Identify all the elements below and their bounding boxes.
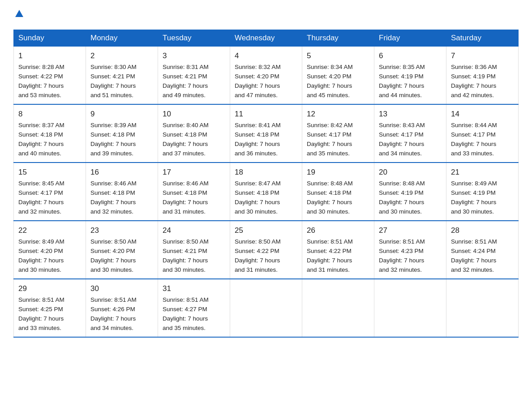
daylight-label: Daylight: 7 hours bbox=[379, 257, 424, 264]
daylight-minutes: and 31 minutes. bbox=[307, 266, 350, 273]
day-number: 24 bbox=[163, 225, 225, 236]
day-number: 19 bbox=[307, 167, 369, 178]
daylight-minutes: and 39 minutes. bbox=[90, 150, 133, 157]
daylight-minutes: and 34 minutes. bbox=[90, 325, 133, 331]
daylight-label: Daylight: 7 hours bbox=[163, 315, 208, 322]
day-number: 14 bbox=[451, 108, 514, 120]
day-number: 8 bbox=[18, 108, 81, 120]
sunrise-label: Sunrise: 8:41 AM bbox=[235, 122, 281, 128]
day-number: 4 bbox=[235, 50, 297, 62]
daylight-label: Daylight: 7 hours bbox=[90, 315, 136, 322]
calendar-cell: 27Sunrise: 8:51 AMSunset: 4:23 PMDayligh… bbox=[374, 221, 446, 279]
calendar-header-row: SundayMondayTuesdayWednesdayThursdayFrid… bbox=[14, 30, 519, 47]
day-number: 29 bbox=[18, 283, 81, 295]
sunrise-label: Sunrise: 8:44 AM bbox=[451, 122, 497, 128]
calendar-week-row: 22Sunrise: 8:49 AMSunset: 4:20 PMDayligh… bbox=[14, 221, 519, 279]
daylight-label: Daylight: 7 hours bbox=[163, 199, 208, 206]
calendar-cell: 23Sunrise: 8:50 AMSunset: 4:20 PMDayligh… bbox=[86, 221, 158, 279]
daylight-minutes: and 32 minutes. bbox=[451, 266, 494, 273]
daylight-label: Daylight: 7 hours bbox=[18, 257, 64, 264]
sunrise-label: Sunrise: 8:51 AM bbox=[163, 296, 209, 303]
calendar-cell: 29Sunrise: 8:51 AMSunset: 4:25 PMDayligh… bbox=[14, 279, 86, 337]
header-sunday: Sunday bbox=[14, 30, 86, 47]
sunset-label: Sunset: 4:20 PM bbox=[307, 73, 352, 80]
calendar-cell: 2Sunrise: 8:30 AMSunset: 4:21 PMDaylight… bbox=[86, 47, 158, 105]
sunrise-label: Sunrise: 8:36 AM bbox=[451, 64, 497, 70]
calendar-cell: 6Sunrise: 8:35 AMSunset: 4:19 PMDaylight… bbox=[374, 47, 446, 105]
calendar-cell: 21Sunrise: 8:49 AMSunset: 4:19 PMDayligh… bbox=[446, 163, 519, 221]
calendar-cell: 25Sunrise: 8:50 AMSunset: 4:22 PMDayligh… bbox=[230, 221, 302, 279]
daylight-label: Daylight: 7 hours bbox=[90, 257, 136, 264]
daylight-label: Daylight: 7 hours bbox=[163, 82, 208, 89]
header-wednesday: Wednesday bbox=[230, 30, 302, 47]
sunset-label: Sunset: 4:27 PM bbox=[163, 306, 207, 313]
daylight-minutes: and 47 minutes. bbox=[235, 92, 278, 98]
daylight-label: Daylight: 7 hours bbox=[18, 199, 64, 206]
daylight-minutes: and 45 minutes. bbox=[307, 92, 350, 98]
calendar-cell: 11Sunrise: 8:41 AMSunset: 4:18 PMDayligh… bbox=[230, 104, 302, 163]
sunrise-label: Sunrise: 8:50 AM bbox=[90, 238, 137, 245]
sunrise-label: Sunrise: 8:51 AM bbox=[18, 296, 64, 303]
sunrise-label: Sunrise: 8:47 AM bbox=[235, 180, 281, 187]
calendar-cell: 10Sunrise: 8:40 AMSunset: 4:18 PMDayligh… bbox=[158, 104, 230, 163]
sunset-label: Sunset: 4:19 PM bbox=[379, 73, 424, 80]
day-number: 20 bbox=[379, 167, 442, 178]
sunrise-label: Sunrise: 8:50 AM bbox=[163, 238, 209, 245]
sunset-label: Sunset: 4:17 PM bbox=[379, 131, 424, 138]
calendar-week-row: 8Sunrise: 8:37 AMSunset: 4:18 PMDaylight… bbox=[14, 104, 519, 163]
sunrise-label: Sunrise: 8:32 AM bbox=[235, 64, 281, 70]
sunrise-label: Sunrise: 8:31 AM bbox=[163, 64, 209, 70]
daylight-label: Daylight: 7 hours bbox=[235, 199, 280, 206]
sunset-label: Sunset: 4:17 PM bbox=[18, 189, 63, 196]
sunset-label: Sunset: 4:22 PM bbox=[235, 248, 279, 254]
sunrise-label: Sunrise: 8:39 AM bbox=[90, 122, 137, 128]
sunrise-label: Sunrise: 8:46 AM bbox=[90, 180, 137, 187]
sunrise-label: Sunrise: 8:37 AM bbox=[18, 122, 64, 128]
calendar-cell: 13Sunrise: 8:43 AMSunset: 4:17 PMDayligh… bbox=[374, 104, 446, 163]
daylight-minutes: and 36 minutes. bbox=[235, 150, 278, 157]
header-monday: Monday bbox=[86, 30, 158, 47]
daylight-minutes: and 33 minutes. bbox=[18, 325, 61, 331]
day-number: 6 bbox=[379, 50, 442, 62]
day-number: 23 bbox=[90, 225, 153, 236]
day-number: 13 bbox=[379, 108, 442, 120]
day-number: 11 bbox=[235, 108, 297, 120]
daylight-label: Daylight: 7 hours bbox=[307, 199, 352, 206]
day-number: 3 bbox=[163, 50, 225, 62]
calendar-cell: 5Sunrise: 8:34 AMSunset: 4:20 PMDaylight… bbox=[302, 47, 374, 105]
calendar-cell: 7Sunrise: 8:36 AMSunset: 4:19 PMDaylight… bbox=[446, 47, 519, 105]
sunset-label: Sunset: 4:25 PM bbox=[18, 306, 63, 313]
daylight-minutes: and 32 minutes. bbox=[90, 208, 133, 215]
calendar-cell bbox=[446, 279, 519, 337]
daylight-label: Daylight: 7 hours bbox=[307, 141, 352, 147]
page-header bbox=[13, 9, 519, 21]
calendar-cell: 16Sunrise: 8:46 AMSunset: 4:18 PMDayligh… bbox=[86, 163, 158, 221]
day-number: 7 bbox=[451, 50, 514, 62]
calendar-cell: 15Sunrise: 8:45 AMSunset: 4:17 PMDayligh… bbox=[14, 163, 86, 221]
daylight-label: Daylight: 7 hours bbox=[90, 141, 136, 147]
calendar-cell: 3Sunrise: 8:31 AMSunset: 4:21 PMDaylight… bbox=[158, 47, 230, 105]
header-tuesday: Tuesday bbox=[158, 30, 230, 47]
day-number: 5 bbox=[307, 50, 369, 62]
daylight-minutes: and 30 minutes. bbox=[451, 208, 494, 215]
sunset-label: Sunset: 4:18 PM bbox=[307, 189, 352, 196]
daylight-minutes: and 32 minutes. bbox=[379, 266, 422, 273]
daylight-minutes: and 33 minutes. bbox=[451, 150, 494, 157]
sunrise-label: Sunrise: 8:51 AM bbox=[451, 238, 497, 245]
daylight-label: Daylight: 7 hours bbox=[163, 257, 208, 264]
daylight-label: Daylight: 7 hours bbox=[451, 141, 496, 147]
sunset-label: Sunset: 4:22 PM bbox=[18, 73, 63, 80]
sunset-label: Sunset: 4:18 PM bbox=[90, 131, 135, 138]
calendar-cell: 22Sunrise: 8:49 AMSunset: 4:20 PMDayligh… bbox=[14, 221, 86, 279]
daylight-minutes: and 30 minutes. bbox=[18, 266, 61, 273]
sunrise-label: Sunrise: 8:30 AM bbox=[90, 64, 137, 70]
sunrise-label: Sunrise: 8:45 AM bbox=[18, 180, 64, 187]
sunrise-label: Sunrise: 8:49 AM bbox=[451, 180, 497, 187]
day-number: 26 bbox=[307, 225, 369, 236]
sunset-label: Sunset: 4:20 PM bbox=[235, 73, 279, 80]
day-number: 31 bbox=[163, 283, 225, 295]
daylight-label: Daylight: 7 hours bbox=[163, 141, 208, 147]
calendar-cell: 30Sunrise: 8:51 AMSunset: 4:26 PMDayligh… bbox=[86, 279, 158, 337]
daylight-minutes: and 53 minutes. bbox=[18, 92, 61, 98]
calendar-cell bbox=[374, 279, 446, 337]
